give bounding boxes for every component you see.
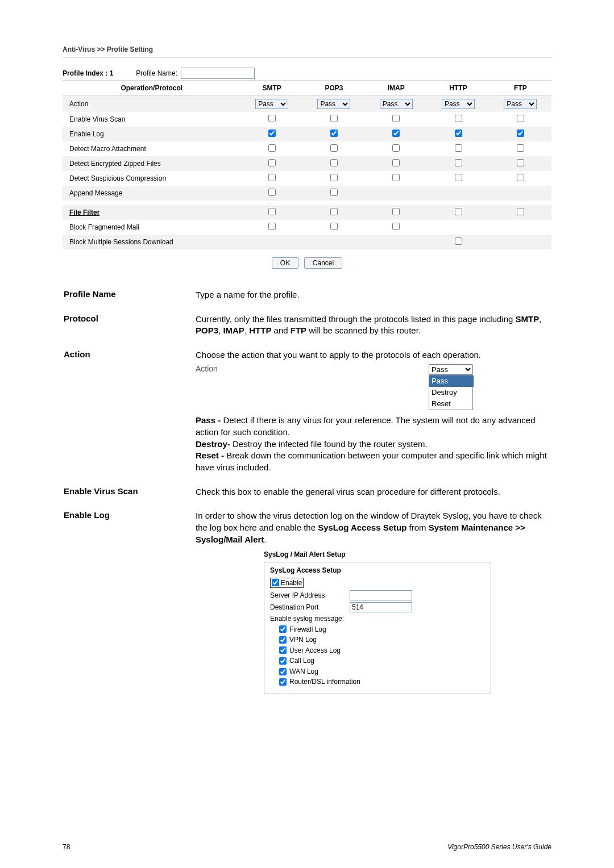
- chk[interactable]: [392, 115, 400, 122]
- chk[interactable]: [330, 144, 338, 152]
- wan-log-chk[interactable]: [279, 668, 287, 675]
- chk[interactable]: [517, 208, 524, 215]
- chk[interactable]: [330, 174, 338, 181]
- action-ftp-select[interactable]: Pass: [504, 99, 537, 109]
- table-row: Detect Macro Attachment: [63, 141, 551, 156]
- chk[interactable]: [268, 208, 276, 215]
- chk[interactable]: [392, 174, 400, 181]
- chk[interactable]: [330, 130, 338, 137]
- chk[interactable]: [517, 174, 524, 181]
- chk-label: WAN Log: [289, 667, 318, 677]
- chk[interactable]: [268, 159, 276, 166]
- chk[interactable]: [455, 174, 462, 181]
- def-desc-enable-virus: Check this box to enable the general vir…: [196, 481, 550, 504]
- ok-button[interactable]: OK: [272, 257, 298, 269]
- syslog-enable-chk[interactable]: [272, 579, 279, 586]
- chk[interactable]: [455, 208, 462, 215]
- row-label: Enable Virus Scan: [63, 112, 240, 127]
- text: Pass -: [196, 415, 223, 425]
- table-row: Enable Virus Scan: [63, 112, 551, 127]
- chk[interactable]: [330, 159, 338, 166]
- action-http-select[interactable]: Pass: [442, 99, 475, 109]
- table-row-action: Action Pass Pass Pass Pass Pass: [63, 96, 551, 112]
- chk[interactable]: [455, 159, 462, 166]
- chk[interactable]: [330, 223, 338, 230]
- user-access-log-chk[interactable]: [279, 646, 287, 654]
- chk[interactable]: [268, 174, 276, 181]
- row-label: Detect Suspicious Compression: [63, 171, 240, 186]
- router-dsl-chk[interactable]: [279, 678, 287, 686]
- call-log-chk[interactable]: [279, 657, 287, 665]
- th-imap: IMAP: [365, 81, 427, 96]
- th-pop3: POP3: [303, 81, 365, 96]
- text: IMAP: [223, 326, 244, 335]
- chk[interactable]: [330, 208, 338, 215]
- dropdown-option[interactable]: Destroy: [429, 387, 472, 398]
- text: ,: [244, 326, 249, 335]
- chk-label: Firewall Log: [289, 625, 326, 635]
- dest-port-label: Destination Port: [270, 603, 350, 612]
- def-term-protocol: Protocol: [64, 308, 194, 343]
- text: .: [264, 535, 266, 544]
- chk[interactable]: [268, 130, 276, 137]
- action-dropdown[interactable]: Pass: [429, 364, 473, 375]
- table-row: Enable Log: [63, 127, 551, 141]
- dropdown-option[interactable]: Pass: [429, 375, 474, 387]
- chk-label: VPN Log: [289, 635, 317, 645]
- chk[interactable]: [455, 144, 462, 152]
- chk[interactable]: [392, 144, 400, 152]
- button-row: OK Cancel: [63, 257, 551, 269]
- chk[interactable]: [268, 115, 276, 122]
- def-term-enable-log: Enable Log: [64, 504, 194, 700]
- cancel-button[interactable]: Cancel: [304, 257, 342, 269]
- file-filter-link[interactable]: File Filter: [69, 208, 99, 216]
- action-imap-select[interactable]: Pass: [380, 99, 413, 109]
- chk[interactable]: [268, 189, 276, 196]
- chk[interactable]: [455, 130, 462, 137]
- table-row: Block Fragmented Mail: [63, 220, 551, 235]
- action-pop3-select[interactable]: Pass: [317, 99, 350, 109]
- server-ip-label: Server IP Address: [270, 591, 350, 600]
- chk[interactable]: [268, 223, 276, 230]
- chk[interactable]: [455, 237, 462, 245]
- chk[interactable]: [517, 159, 524, 166]
- chk[interactable]: [517, 115, 524, 122]
- action-smtp-select[interactable]: Pass: [255, 99, 288, 109]
- profile-name-input[interactable]: [181, 68, 255, 79]
- syslog-title: SysLog / Mail Alert Setup: [264, 550, 491, 560]
- chk[interactable]: [330, 189, 338, 196]
- table-row: Append Message: [63, 186, 551, 201]
- chk[interactable]: [392, 208, 400, 215]
- vpn-log-chk[interactable]: [279, 636, 287, 644]
- table-header-row: Operation/Protocol SMTP POP3 IMAP HTTP F…: [63, 81, 551, 96]
- action-desc-text: Choose the action that you want to apply…: [196, 349, 550, 361]
- action-dropdown-open[interactable]: Pass Destroy Reset: [429, 375, 473, 410]
- dropdown-option[interactable]: Reset: [429, 398, 472, 410]
- table-row-file-filter: File Filter: [63, 205, 551, 220]
- text: Detect if there is any virus for your re…: [196, 415, 536, 437]
- chk[interactable]: [268, 144, 276, 152]
- profile-index-label: Profile Index : 1: [63, 69, 113, 77]
- chk[interactable]: [392, 159, 400, 166]
- text: and: [271, 326, 290, 335]
- protocol-table: Operation/Protocol SMTP POP3 IMAP HTTP F…: [63, 80, 551, 249]
- text: SysLog Access Setup: [318, 523, 406, 532]
- row-label: Detect Macro Attachment: [63, 141, 240, 156]
- th-http: HTTP: [427, 81, 489, 96]
- chk[interactable]: [455, 115, 462, 122]
- row-label: Detect Encrypted Zipped Files: [63, 156, 240, 171]
- chk-label: Router/DSL information: [289, 677, 360, 687]
- row-label: Append Message: [63, 186, 240, 201]
- firewall-log-chk[interactable]: [279, 625, 287, 633]
- chk[interactable]: [517, 144, 524, 152]
- chk[interactable]: [517, 130, 524, 137]
- profile-name-label: Profile Name:: [136, 69, 177, 77]
- chk[interactable]: [392, 223, 400, 230]
- table-row: Detect Suspicious Compression: [63, 171, 551, 186]
- chk-label: User Access Log: [289, 646, 341, 656]
- chk[interactable]: [392, 130, 400, 137]
- text: will be scanned by this router.: [306, 326, 421, 335]
- chk[interactable]: [330, 115, 338, 122]
- dest-port-input[interactable]: [350, 602, 412, 612]
- server-ip-input[interactable]: [350, 590, 412, 600]
